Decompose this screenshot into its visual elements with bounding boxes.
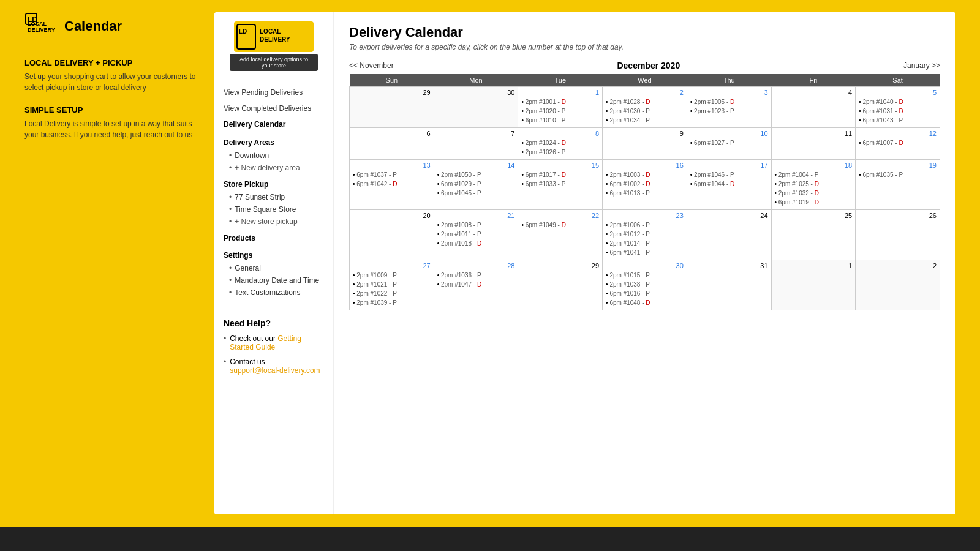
settings-title: Settings bbox=[214, 245, 333, 262]
sidebar-store-sunset[interactable]: 77 Sunset Strip bbox=[214, 191, 333, 203]
calendar-day: 27• 2pm #1009 - P• 2pm #1021 - P• 2pm #1… bbox=[350, 260, 434, 310]
local-delivery-desc: Set up your shopping cart to allow your … bbox=[24, 71, 196, 93]
calendar-day: 23• 2pm #1006 - P• 2pm #1012 - P• 2pm #1… bbox=[603, 210, 687, 260]
svg-text:DELIVERY: DELIVERY bbox=[260, 36, 290, 43]
store-pickup-title: Store Pickup bbox=[214, 174, 333, 191]
sidebar-settings-date[interactable]: Mandatory Date and Time bbox=[214, 274, 333, 287]
calendar-event: • 2pm #1012 - P bbox=[606, 230, 684, 239]
calendar-day: 19• 6pm #1035 - P bbox=[856, 160, 940, 210]
calendar-event: • 2pm #1034 - P bbox=[606, 116, 684, 125]
calendar-day: 13• 6pm #1037 - P• 6pm #1042 - D bbox=[350, 160, 434, 210]
calendar-header-thu: Thu bbox=[687, 74, 771, 87]
sidebar-store-add[interactable]: + New store pickup bbox=[214, 216, 333, 228]
calendar-event: • 6pm #1007 - D bbox=[859, 139, 937, 148]
calendar-event: • 6pm #1010 - P bbox=[521, 116, 599, 125]
calendar-day: 30 bbox=[434, 87, 518, 128]
need-help-contact: Contact ussupport@local-delivery.com bbox=[224, 358, 324, 375]
calendar-area: Delivery Calendar To export deliveries f… bbox=[334, 12, 956, 514]
calendar-event: • 2pm #1050 - P bbox=[437, 171, 515, 179]
calendar-event: • 2pm #1046 - P bbox=[690, 171, 768, 179]
calendar-month-title: December 2020 bbox=[394, 61, 903, 70]
sidebar-area-add[interactable]: + New delivery area bbox=[214, 162, 333, 174]
svg-text:LOCAL: LOCAL bbox=[260, 28, 281, 35]
calendar-day: 12• 6pm #1007 - D bbox=[856, 128, 940, 160]
support-email-link[interactable]: support@local-delivery.com bbox=[230, 366, 320, 375]
calendar-event: • 6pm #1002 - D bbox=[606, 180, 684, 189]
calendar-event: • 6pm #1019 - D bbox=[775, 198, 853, 207]
calendar-week-4: 2021• 2pm #1008 - P• 2pm #1011 - P• 2pm … bbox=[350, 210, 940, 260]
logo-area: LOCAL DELIVERY LD Calendar bbox=[24, 12, 196, 40]
calendar-day: 16• 2pm #1003 - D• 6pm #1002 - D• 6pm #1… bbox=[603, 160, 687, 210]
calendar-event: • 6pm #1049 - D bbox=[521, 221, 599, 230]
calendar-event: • 2pm #1004 - P bbox=[775, 171, 853, 179]
calendar-day: 25 bbox=[771, 210, 856, 260]
calendar-event: • 2pm #1008 - P bbox=[437, 221, 515, 230]
calendar-event: • 2pm #1020 - P bbox=[521, 107, 599, 116]
add-delivery-btn[interactable]: Add local delivery options to your store bbox=[230, 54, 318, 71]
sidebar-logo-icon: LD LOCAL DELIVERY bbox=[234, 21, 314, 52]
calendar-day: 2 bbox=[856, 260, 940, 310]
calendar-event: • 6pm #1029 - P bbox=[437, 180, 515, 189]
calendar-day: 21• 2pm #1008 - P• 2pm #1011 - P• 2pm #1… bbox=[434, 210, 518, 260]
prev-month-btn[interactable]: << November bbox=[349, 61, 394, 70]
calendar-header-tue: Tue bbox=[518, 74, 603, 87]
calendar-event: • 6pm #1016 - P bbox=[606, 290, 684, 298]
calendar-title: Delivery Calendar bbox=[349, 24, 940, 40]
calendar-event: • 6pm #1027 - P bbox=[690, 139, 768, 148]
calendar-event: • 2pm #1024 - D bbox=[521, 139, 599, 148]
calendar-event: • 6pm #1017 - D bbox=[521, 171, 599, 179]
sidebar-settings-text[interactable]: Text Customizations bbox=[214, 287, 333, 299]
calendar-event: • 2pm #1025 - D bbox=[775, 180, 853, 189]
calendar-day: 26 bbox=[856, 210, 940, 260]
calendar-event: • 6pm #1037 - P bbox=[353, 171, 431, 179]
calendar-day: 15• 6pm #1017 - D• 6pm #1033 - P bbox=[518, 160, 603, 210]
calendar-event: • 2pm #1009 - P bbox=[353, 271, 431, 280]
sidebar-item-pending[interactable]: View Pending Deliveries bbox=[214, 84, 333, 100]
calendar-header-mon: Mon bbox=[434, 74, 518, 87]
next-month-btn[interactable]: January >> bbox=[903, 61, 940, 70]
calendar-event: • 6pm #1013 - P bbox=[606, 189, 684, 198]
calendar-event: • 6pm #1043 - P bbox=[859, 116, 937, 125]
calendar-event: • 2pm #1001 - D bbox=[521, 98, 599, 107]
calendar-event: • 6pm #1041 - P bbox=[606, 249, 684, 257]
calendar-event: • 6pm #1035 - P bbox=[859, 171, 937, 179]
calendar-header-sun: Sun bbox=[350, 74, 434, 87]
svg-text:DELIVERY: DELIVERY bbox=[28, 27, 55, 33]
products-title: Products bbox=[214, 228, 333, 245]
calendar-day: 2• 2pm #1028 - D• 2pm #1030 - P• 2pm #10… bbox=[603, 87, 687, 128]
calendar-event: • 6pm #1042 - D bbox=[353, 180, 431, 189]
simple-setup-title: SIMPLE SETUP bbox=[24, 105, 196, 114]
calendar-event: • 6pm #1031 - D bbox=[859, 107, 937, 116]
getting-started-link[interactable]: Getting Started Guide bbox=[230, 334, 301, 351]
calendar-event: • 2pm #1036 - P bbox=[437, 271, 515, 280]
sidebar-item-calendar[interactable]: Delivery Calendar bbox=[214, 116, 333, 132]
calendar-day: 4 bbox=[771, 87, 856, 128]
calendar-event: • 2pm #1022 - P bbox=[353, 290, 431, 298]
calendar-event: • 2pm #1021 - P bbox=[353, 280, 431, 289]
calendar-event: • 6pm #1045 - P bbox=[437, 189, 515, 198]
simple-setup-section: SIMPLE SETUP Local Delivery is simple to… bbox=[24, 105, 196, 140]
calendar-event: • 2pm #1023 - P bbox=[690, 107, 768, 116]
calendar-event: • 2pm #1015 - P bbox=[606, 271, 684, 280]
sidebar-store-timesquare[interactable]: Time Square Store bbox=[214, 203, 333, 216]
calendar-day: 20 bbox=[350, 210, 434, 260]
calendar-day: 7 bbox=[434, 128, 518, 160]
calendar-week-3: 13• 6pm #1037 - P• 6pm #1042 - D14• 2pm … bbox=[350, 160, 940, 210]
footer-bar bbox=[0, 527, 980, 551]
calendar-day: 1• 2pm #1001 - D• 2pm #1020 - P• 6pm #10… bbox=[518, 87, 603, 128]
svg-text:LD: LD bbox=[28, 15, 37, 24]
calendar-day: 22• 6pm #1049 - D bbox=[518, 210, 603, 260]
sidebar-settings-general[interactable]: General bbox=[214, 262, 333, 274]
need-help-title: Need Help? bbox=[224, 318, 324, 328]
sidebar-item-completed[interactable]: View Completed Deliveries bbox=[214, 100, 333, 116]
calendar-nav: << November December 2020 January >> bbox=[349, 61, 940, 70]
calendar-day: 8• 2pm #1024 - D• 2pm #1026 - P bbox=[518, 128, 603, 160]
calendar-event: • 2pm #1006 - P bbox=[606, 221, 684, 230]
svg-text:LD: LD bbox=[239, 28, 247, 35]
simple-setup-desc: Local Delivery is simple to set up in a … bbox=[24, 118, 196, 140]
calendar-event: • 6pm #1048 - D bbox=[606, 299, 684, 307]
left-panel: LOCAL DELIVERY LD Calendar LOCAL DELIVER… bbox=[24, 12, 196, 514]
calendar-day: 31 bbox=[687, 260, 771, 310]
calendar-day: 11 bbox=[771, 128, 856, 160]
sidebar-area-downtown[interactable]: Downtown bbox=[214, 149, 333, 162]
